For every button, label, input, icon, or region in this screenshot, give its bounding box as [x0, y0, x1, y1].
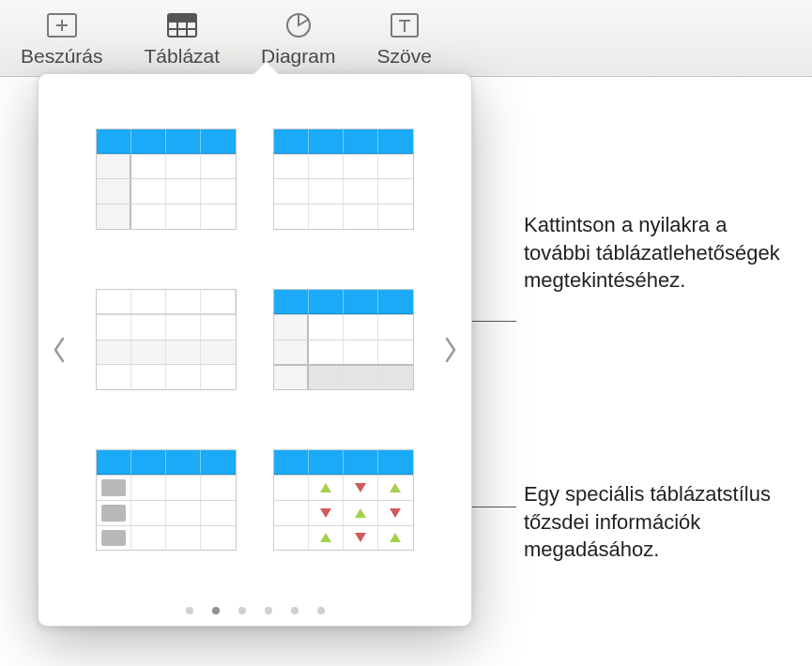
table-style-5[interactable]: [96, 449, 237, 551]
annotation-stock: Egy speciális táblázatstílus tőzsdei inf…: [524, 480, 796, 564]
up-arrow-icon: [388, 531, 403, 544]
toolbar: Beszúrás Táblázat Diagram Szöve: [0, 0, 812, 77]
page-dot[interactable]: [291, 607, 299, 614]
page-dot[interactable]: [212, 607, 220, 614]
svg-marker-21: [390, 533, 401, 542]
svg-marker-20: [355, 533, 366, 542]
tool-chart-label: Diagram: [261, 45, 335, 68]
chevron-left-icon: [51, 335, 68, 365]
page-dots: [38, 607, 471, 614]
svg-marker-17: [355, 508, 366, 518]
up-arrow-icon: [388, 481, 403, 494]
page-dot[interactable]: [317, 607, 325, 614]
tool-text-label: Szöve: [376, 45, 431, 68]
tool-table[interactable]: Táblázat: [124, 6, 241, 76]
svg-marker-19: [320, 533, 331, 542]
table-style-stock[interactable]: [273, 449, 414, 551]
down-arrow-icon: [388, 507, 403, 520]
tool-insert-label: Beszúrás: [21, 45, 103, 68]
down-arrow-icon: [353, 481, 368, 494]
chart-icon: [282, 11, 315, 39]
down-arrow-icon: [318, 507, 333, 520]
up-arrow-icon: [353, 507, 368, 520]
svg-marker-15: [390, 483, 401, 492]
up-arrow-icon: [318, 481, 333, 494]
svg-marker-13: [320, 483, 331, 492]
tool-chart[interactable]: Diagram: [240, 6, 356, 76]
svg-rect-8: [168, 14, 196, 22]
table-style-4[interactable]: [273, 289, 414, 390]
insert-icon: [45, 11, 79, 39]
table-style-1[interactable]: [96, 129, 237, 230]
table-style-3[interactable]: [96, 289, 237, 390]
tool-insert[interactable]: Beszúrás: [0, 6, 124, 76]
table-icon: [165, 11, 199, 39]
svg-marker-14: [355, 483, 366, 492]
page-dot[interactable]: [265, 607, 272, 614]
page-dot[interactable]: [186, 607, 193, 614]
annotation-arrows: Kattintson a nyilakra a további táblázat…: [524, 211, 796, 295]
table-style-2[interactable]: [273, 129, 414, 230]
next-page-button[interactable]: [437, 331, 464, 369]
down-arrow-icon: [353, 531, 368, 544]
prev-page-button[interactable]: [46, 331, 72, 369]
tool-table-label: Táblázat: [145, 45, 221, 68]
chevron-right-icon: [442, 335, 459, 365]
page-dot[interactable]: [238, 607, 246, 614]
table-style-grid: [38, 74, 471, 590]
table-style-popover: [38, 73, 472, 627]
svg-marker-16: [320, 508, 331, 518]
up-arrow-icon: [318, 531, 333, 544]
text-icon: [388, 11, 421, 39]
callout-lead-arrows: [466, 321, 516, 322]
tool-text[interactable]: Szöve: [356, 6, 452, 76]
svg-marker-18: [390, 508, 401, 518]
